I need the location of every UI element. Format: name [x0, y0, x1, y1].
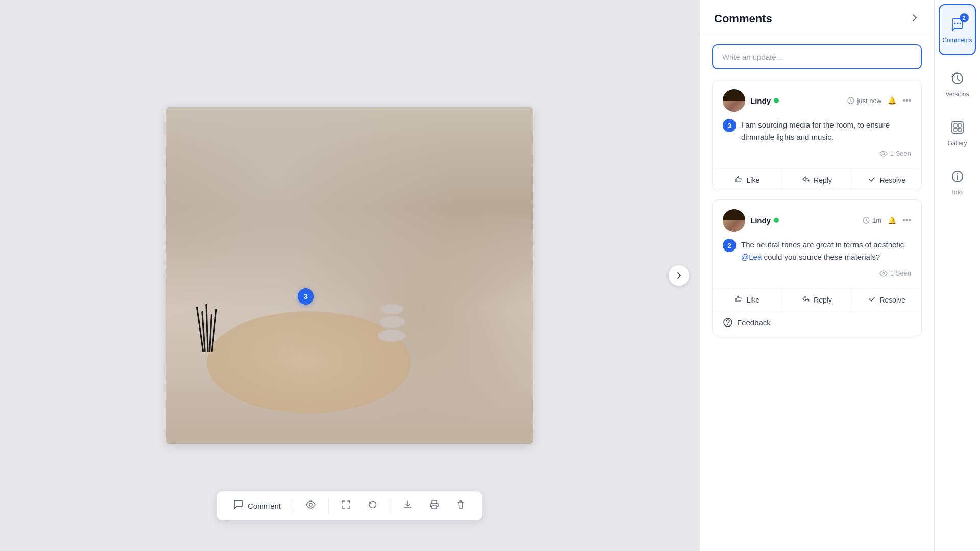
comment-1-seen-count: 1 Seen	[890, 149, 911, 157]
svg-rect-15	[958, 124, 961, 127]
svg-rect-2	[432, 506, 437, 509]
refresh-tool[interactable]	[363, 497, 382, 514]
comment-1-notification-bell[interactable]: 🔔	[888, 96, 896, 105]
comment-2-meta: 1m 🔔 •••	[863, 216, 911, 225]
comment-1-number-badge: 3	[723, 119, 736, 132]
comment-2-more-options[interactable]: •••	[902, 216, 911, 225]
reply-icon-2	[802, 295, 810, 305]
comment-1-reply-button[interactable]: Reply	[782, 169, 852, 191]
comment-2-header: Lindy 1m 🔔 •••	[723, 209, 911, 232]
resolve-icon-1	[868, 175, 876, 185]
comment-2-resolve-label: Resolve	[879, 296, 905, 304]
gallery-sidebar-icon	[948, 118, 967, 137]
toolbar-divider-1	[293, 499, 293, 513]
print-icon	[429, 499, 439, 512]
comments-sidebar-label: Comments	[943, 37, 972, 44]
svg-point-10	[957, 23, 958, 24]
gallery-sidebar-label: Gallery	[947, 140, 967, 147]
comments-panel: Comments Write an update... Lindy	[699, 0, 934, 551]
download-tool[interactable]	[399, 497, 417, 514]
svg-point-6	[883, 272, 885, 274]
comment-1-online-indicator	[774, 98, 779, 103]
comments-title: Comments	[714, 12, 772, 26]
comment-1-name-row: Lindy	[750, 96, 842, 105]
comment-2-reply-label: Reply	[814, 296, 832, 304]
comment-2-content: Lindy 1m 🔔 •••	[713, 200, 921, 288]
info-sidebar-icon	[948, 167, 967, 186]
comment-2-like-button[interactable]: Like	[713, 289, 782, 311]
comment-tool-label: Comment	[248, 502, 281, 510]
comment-2-time: 1m	[863, 217, 881, 224]
delete-tool[interactable]	[452, 497, 470, 514]
feedback-label: Feedback	[737, 318, 771, 327]
svg-rect-13	[952, 122, 963, 133]
right-sidebar: 2 Comments Versions Gallery	[934, 0, 980, 551]
comment-2-reply-button[interactable]: Reply	[782, 289, 852, 311]
expand-tool[interactable]	[337, 497, 355, 514]
main-image-container: 3	[166, 107, 533, 444]
comment-2-text: The neutral tones are great in terms of …	[741, 239, 911, 263]
print-tool[interactable]	[425, 497, 444, 514]
mention-lea: @Lea	[741, 253, 762, 261]
next-image-arrow[interactable]	[669, 265, 689, 286]
comment-2-seen-count: 1 Seen	[890, 269, 911, 277]
versions-sidebar-icon	[948, 69, 967, 88]
comment-2-name-row: Lindy	[750, 216, 857, 225]
comment-1-more-options[interactable]: •••	[902, 96, 911, 105]
comment-1-resolve-label: Resolve	[879, 176, 905, 184]
toolbar-divider-2	[328, 499, 329, 513]
write-update-placeholder: Write an update...	[722, 53, 782, 61]
trash-icon	[456, 499, 466, 512]
versions-sidebar-label: Versions	[945, 91, 969, 98]
comment-2-notification-bell[interactable]: 🔔	[888, 216, 896, 224]
comment-2-resolve-button[interactable]: Resolve	[851, 289, 921, 311]
comment-2-online-indicator	[774, 218, 779, 223]
comment-1-resolve-button[interactable]: Resolve	[851, 169, 921, 191]
collapse-comments-button[interactable]	[910, 13, 920, 26]
comments-icon-wrap: 2	[948, 15, 967, 34]
feedback-button[interactable]: Feedback	[723, 317, 911, 328]
comments-header: Comments	[700, 0, 934, 34]
info-sidebar-label: Info	[952, 189, 962, 196]
comment-card-2: Lindy 1m 🔔 •••	[712, 199, 922, 336]
comment-1-like-label: Like	[746, 176, 760, 184]
comment-1-seen-info: 1 Seen	[723, 149, 911, 159]
sidebar-item-versions[interactable]: Versions	[935, 59, 980, 108]
svg-point-8	[727, 324, 728, 325]
svg-point-11	[959, 23, 961, 24]
svg-rect-14	[954, 124, 957, 127]
comment-1-like-button[interactable]: Like	[713, 169, 782, 191]
feedback-icon	[723, 317, 733, 328]
sidebar-item-info[interactable]: Info	[935, 157, 980, 206]
feedback-section: Feedback	[713, 311, 921, 336]
svg-rect-1	[432, 500, 437, 504]
comment-2-username: Lindy	[750, 216, 771, 225]
comment-2-seen-info: 1 Seen	[723, 269, 911, 279]
comment-1-body: 3 I am sourcing media for the room, to e…	[723, 119, 911, 149]
svg-point-0	[309, 503, 312, 506]
image-comment-badge[interactable]: 3	[298, 288, 314, 305]
comment-1-avatar	[723, 89, 745, 112]
svg-point-19	[957, 173, 958, 174]
comments-badge-count: 2	[960, 13, 969, 22]
comment-2-like-label: Like	[746, 296, 760, 304]
comment-tool[interactable]: Comment	[229, 497, 285, 514]
comment-1-content: Lindy just now 🔔 •••	[713, 80, 921, 168]
toolbar-divider-3	[390, 499, 390, 513]
comment-2-body: 2 The neutral tones are great in terms o…	[723, 239, 911, 269]
eye-icon	[306, 499, 316, 512]
comment-1-user-info: Lindy	[750, 96, 842, 105]
like-icon	[734, 175, 743, 185]
sidebar-item-comments[interactable]: 2 Comments	[939, 4, 976, 55]
image-toolbar: Comment	[217, 491, 482, 520]
svg-point-4	[883, 153, 885, 155]
visibility-tool[interactable]	[302, 497, 320, 514]
comment-1-header: Lindy just now 🔔 •••	[723, 89, 911, 112]
comment-2-avatar	[723, 209, 745, 232]
comment-2-actions: Like Reply Resolve	[713, 288, 921, 311]
comments-body: Write an update... Lindy	[700, 34, 934, 551]
comment-1-meta: just now 🔔 •••	[847, 96, 911, 105]
write-update-input[interactable]: Write an update...	[712, 44, 922, 69]
comment-1-time: just now	[847, 97, 881, 105]
sidebar-item-gallery[interactable]: Gallery	[935, 108, 980, 157]
